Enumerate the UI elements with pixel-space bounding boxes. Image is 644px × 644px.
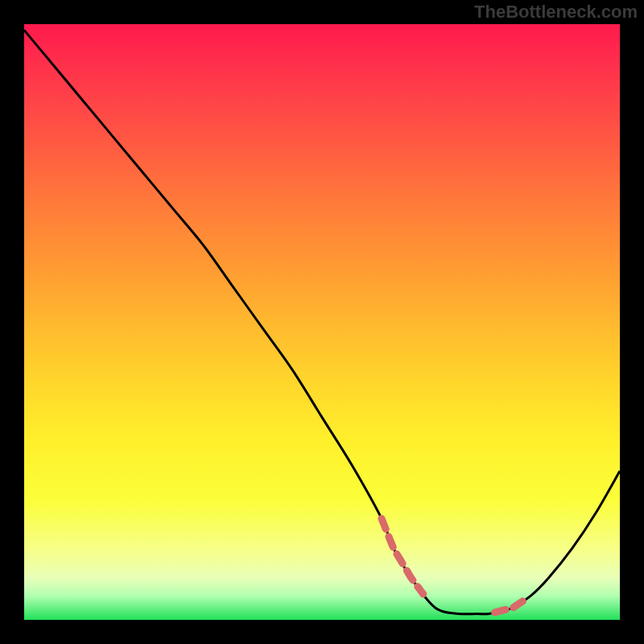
attribution-label: TheBottleneck.com xyxy=(474,2,638,23)
plot-area xyxy=(24,24,620,620)
chart-container: TheBottleneck.com xyxy=(0,0,644,644)
dash-annotations xyxy=(382,518,525,613)
bottleneck-curve xyxy=(24,30,620,613)
curve-svg xyxy=(24,24,620,620)
dash-segment xyxy=(495,600,525,612)
dash-segment xyxy=(382,518,423,594)
